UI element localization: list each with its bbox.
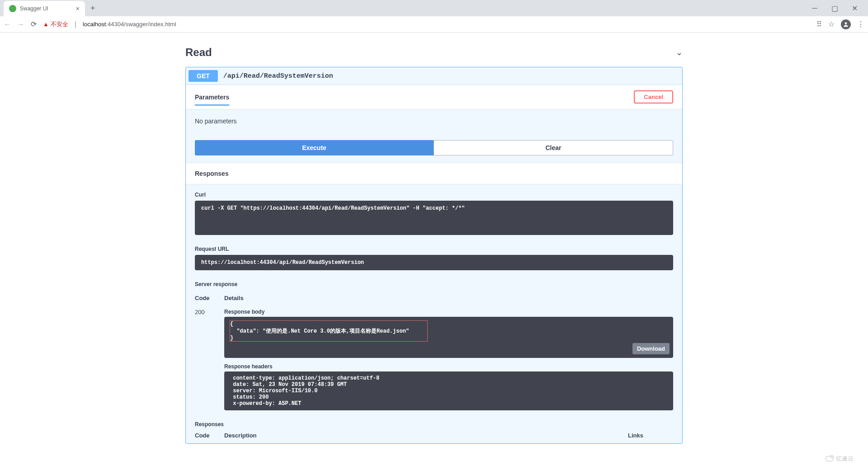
code-column-header: Code [195,295,224,301]
close-icon[interactable]: × [76,5,80,12]
curl-section: Curl curl -X GET "https://localhost:4430… [186,184,682,239]
watermark-text: 亿速云 [836,455,854,463]
back-button[interactable]: ← [4,20,11,28]
request-url-value[interactable]: https://localhost:44304/api/Read/ReadSys… [195,255,673,270]
response-body-block[interactable]: { "data": "使用的是.Net Core 3.0的版本,项目名称是Rea… [224,317,673,358]
close-window-button[interactable]: ✕ [848,2,861,14]
section-title: Read [185,46,212,59]
clear-button[interactable]: Clear [434,140,673,155]
execute-row: Execute Clear [186,133,682,163]
reload-button[interactable]: ⟳ [31,20,37,28]
responses-title: Responses [195,170,229,177]
request-url-label: Request URL [195,246,673,252]
responses-table-header: Code Description Links [186,428,682,443]
url-display[interactable]: localhost:44304/swagger/index.html [83,21,176,28]
maximize-button[interactable]: ▢ [828,2,841,14]
download-button[interactable]: Download [632,343,670,354]
svg-point-0 [845,22,847,24]
tab-bar: Swagger UI × + ─ ▢ ✕ [0,0,868,16]
response-row: 200 Response body { "data": "使用的是.Net Co… [186,306,682,418]
forward-button[interactable]: → [17,20,24,28]
security-text: 不安全 [51,20,68,28]
profile-icon[interactable] [841,19,851,29]
security-warning[interactable]: ▲ 不安全 [43,20,68,28]
chevron-down-icon[interactable]: ⌄ [676,47,683,57]
page-viewport[interactable]: Read ⌄ GET /api/Read/ReadSystemVersion P… [0,33,868,470]
window-controls: ─ ▢ ✕ [808,2,864,14]
tab-title: Swagger UI [20,5,72,12]
bookmark-icon[interactable]: ☆ [828,20,835,28]
translate-icon[interactable]: ⠿ [816,20,822,28]
parameters-header-row: Parameters Cancel [186,85,682,109]
server-response-section: Server response [186,274,682,287]
favicon-icon [9,5,16,12]
desc-col: Description [224,432,628,439]
new-tab-button[interactable]: + [90,4,95,13]
operation-block: GET /api/Read/ReadSystemVersion Paramete… [185,67,683,444]
browser-tab[interactable]: Swagger UI × [4,1,85,16]
response-body-label: Response body [224,309,673,315]
section-header[interactable]: Read ⌄ [185,42,683,63]
response-body-text: { "data": "使用的是.Net Core 3.0的版本,项目名称是Rea… [230,320,428,342]
response-table-header: Code Details [186,290,682,306]
response-code: 200 [195,309,224,416]
details-column-header: Details [224,295,673,301]
cloud-icon [826,456,834,461]
browser-chrome: Swagger UI × + ─ ▢ ✕ ← → ⟳ ▲ 不安全 | local… [0,0,868,33]
request-url-section: Request URL https://localhost:44304/api/… [186,239,682,274]
curl-command[interactable]: curl -X GET "https://localhost:44304/api… [195,201,673,235]
endpoint-path: /api/Read/ReadSystemVersion [223,72,333,80]
cancel-button[interactable]: Cancel [634,90,673,103]
links-col: Links [628,432,673,439]
method-badge: GET [189,70,218,82]
address-bar: ← → ⟳ ▲ 不安全 | localhost:44304/swagger/in… [0,16,868,33]
minimize-button[interactable]: ─ [808,2,821,14]
menu-icon[interactable]: ⋮ [857,20,864,28]
warning-icon: ▲ [43,21,49,28]
parameters-tab[interactable]: Parameters [195,94,229,106]
responses-sub-label: Responses [186,418,682,428]
response-headers-label: Response headers [224,363,673,370]
no-parameters-text: No parameters [186,109,682,133]
operation-summary[interactable]: GET /api/Read/ReadSystemVersion [186,67,682,85]
watermark: 亿速云 [821,453,858,465]
response-headers-block[interactable]: content-type: application/json; charset=… [224,371,673,410]
execute-button[interactable]: Execute [195,140,434,155]
swagger-content: Read ⌄ GET /api/Read/ReadSystemVersion P… [185,33,683,470]
code-col: Code [195,432,224,439]
curl-label: Curl [195,192,673,198]
responses-header: Responses [186,163,682,184]
server-response-label: Server response [195,281,673,287]
